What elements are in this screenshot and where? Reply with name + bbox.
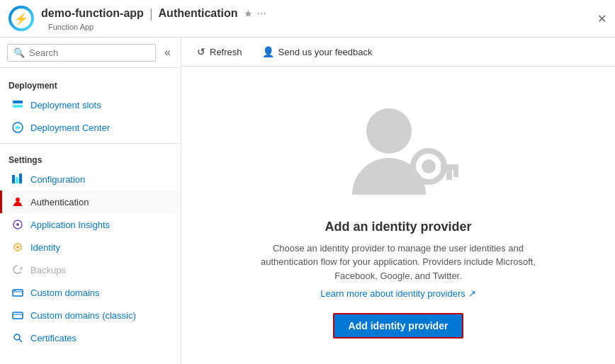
add-identity-description: Choose an identity provider to manage th… — [249, 241, 547, 283]
sidebar-item-custom-domains[interactable]: Custom domains — [0, 281, 181, 304]
feedback-label: Send us your feedback — [278, 47, 373, 57]
page-header: ⚡ demo-function-app | Authentication ★ ·… — [0, 0, 615, 38]
deployment-center-icon — [11, 120, 25, 135]
feedback-icon: 👤 — [262, 46, 274, 57]
add-identity-provider-button[interactable]: Add identity provider — [333, 313, 464, 339]
app-type-label: Function App — [48, 23, 266, 31]
sidebar-item-certificates[interactable]: Certificates — [0, 326, 181, 349]
svg-rect-12 — [14, 290, 16, 291]
svg-point-14 — [14, 334, 20, 340]
content-area: ↺ Refresh 👤 Send us your feedback — [181, 38, 615, 364]
sidebar-search-container: 🔍 « — [0, 38, 181, 68]
refresh-label: Refresh — [210, 47, 242, 57]
application-insights-icon — [11, 217, 25, 232]
sidebar-label-authentication: Authentication — [30, 197, 89, 207]
app-name: demo-function-app — [41, 7, 144, 20]
section-label-settings: Settings — [0, 148, 181, 168]
refresh-icon: ↺ — [197, 46, 205, 57]
svg-rect-5 — [19, 174, 22, 183]
feedback-button[interactable]: 👤 Send us your feedback — [258, 43, 377, 60]
sidebar-nav: Deployment Deployment slots Deployment C… — [0, 68, 181, 364]
sidebar-item-backups: Backups — [0, 258, 181, 281]
section-label-deployment: Deployment — [0, 74, 181, 93]
sidebar-item-configuration[interactable]: Configuration — [0, 168, 181, 190]
learn-more-link[interactable]: Learn more about identity providers ↗ — [320, 288, 476, 299]
sidebar-label-custom-domains: Custom domains — [30, 288, 100, 298]
content-toolbar: ↺ Refresh 👤 Send us your feedback — [181, 38, 615, 67]
sidebar-item-deployment-slots[interactable]: Deployment slots — [0, 93, 181, 116]
identity-icon — [11, 240, 25, 254]
add-identity-title: Add an identity provider — [325, 220, 471, 234]
sidebar-label-identity: Identity — [30, 242, 60, 253]
main-layout: 🔍 « Deployment Deployment slots Deployme… — [0, 38, 615, 364]
sidebar-label-custom-domains-classic: Custom domains (classic) — [30, 310, 136, 321]
external-link-icon: ↗ — [468, 288, 476, 299]
svg-rect-1 — [13, 105, 23, 108]
svg-rect-0 — [13, 101, 23, 103]
header-title-group: demo-function-app | Authentication ★ ···… — [41, 6, 266, 31]
svg-rect-19 — [453, 170, 458, 177]
search-box[interactable]: 🔍 — [7, 44, 156, 62]
sidebar-item-authentication[interactable]: Authentication — [0, 190, 181, 213]
authentication-icon — [11, 195, 25, 209]
svg-rect-4 — [16, 177, 18, 183]
svg-rect-3 — [12, 175, 15, 183]
favorite-icon[interactable]: ★ — [244, 8, 253, 19]
more-options-icon[interactable]: ··· — [257, 7, 266, 20]
sidebar-divider-1 — [0, 143, 181, 144]
svg-rect-20 — [446, 170, 452, 180]
svg-rect-18 — [441, 164, 458, 170]
svg-point-15 — [366, 108, 412, 154]
svg-rect-13 — [13, 312, 23, 319]
sidebar: 🔍 « Deployment Deployment slots Deployme… — [0, 38, 181, 364]
content-main: Add an identity provider Choose an ident… — [181, 67, 615, 364]
backups-icon — [11, 263, 25, 277]
sidebar-collapse-button[interactable]: « — [162, 43, 174, 62]
close-button[interactable]: ✕ — [597, 12, 606, 25]
sidebar-label-certificates: Certificates — [30, 333, 77, 343]
sidebar-label-application-insights: Application Insights — [30, 220, 110, 230]
identity-illustration — [334, 92, 462, 205]
refresh-button[interactable]: ↺ Refresh — [193, 43, 247, 60]
svg-point-8 — [16, 223, 19, 226]
sidebar-label-configuration: Configuration — [30, 174, 85, 185]
search-input[interactable] — [29, 47, 149, 58]
sidebar-label-deployment-slots: Deployment slots — [30, 100, 101, 110]
search-icon: 🔍 — [13, 47, 25, 58]
custom-domains-icon — [11, 285, 25, 300]
sidebar-item-custom-domains-classic[interactable]: Custom domains (classic) — [0, 304, 181, 326]
sidebar-item-deployment-center[interactable]: Deployment Center — [0, 116, 181, 139]
header-separator: | — [149, 6, 153, 21]
svg-point-17 — [422, 159, 436, 174]
page-title: Authentication — [159, 7, 238, 20]
sidebar-label-backups: Backups — [30, 265, 66, 275]
configuration-icon — [11, 172, 25, 186]
sidebar-item-identity[interactable]: Identity — [0, 236, 181, 258]
sidebar-label-deployment-center: Deployment Center — [30, 123, 110, 133]
sidebar-item-application-insights[interactable]: Application Insights — [0, 213, 181, 236]
app-avatar: ⚡ — [9, 6, 34, 31]
deployment-slots-icon — [11, 98, 25, 112]
certificates-icon — [11, 331, 25, 345]
svg-point-10 — [16, 246, 19, 249]
svg-point-6 — [16, 198, 20, 202]
custom-domains-classic-icon — [11, 308, 25, 322]
learn-more-label: Learn more about identity providers — [320, 288, 466, 299]
